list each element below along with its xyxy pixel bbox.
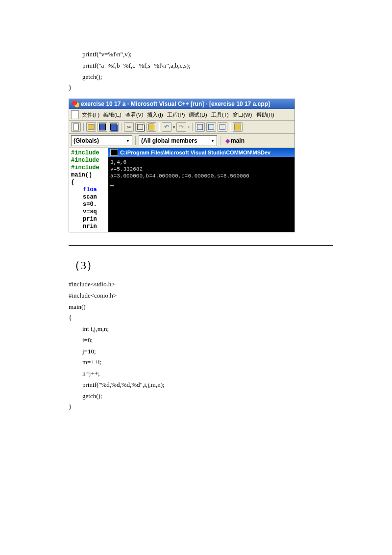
separator xyxy=(230,123,230,131)
menu-view[interactable]: 查看(V) xyxy=(124,111,145,119)
menu-edit[interactable]: 编辑(E) xyxy=(102,111,122,119)
code-editor[interactable]: #include #include #include main() { floa… xyxy=(69,148,108,232)
menu-help[interactable]: 帮助(H) xyxy=(255,111,275,119)
code-line: main() xyxy=(69,302,333,313)
code-line: j=10; xyxy=(69,346,333,357)
console-output: 3,4,6 v=5.332682 a=3.000000,b=4.000000,c… xyxy=(108,157,294,215)
code-line: prin xyxy=(71,216,106,223)
code-line: printf("%d,%d,%d,%d",i,j,m,n); xyxy=(69,379,333,391)
code-line: #include<conio.h> xyxy=(69,290,333,302)
menu-tools[interactable]: 工具(T) xyxy=(210,111,230,119)
separator xyxy=(220,136,220,145)
code-line: floa xyxy=(71,186,106,194)
editor-area: #include #include #include main() { floa… xyxy=(69,148,294,232)
scope-bar: (Globals) ▼ (All global members ▼ ◆main xyxy=(69,134,294,148)
copy-button[interactable] xyxy=(135,122,145,132)
undo-button[interactable] xyxy=(162,122,172,132)
code-line: int i,j,m,n; xyxy=(69,324,333,335)
window-title: exercise 10 17 a - Microsoft Visual C++ … xyxy=(81,101,270,107)
code-line: main() xyxy=(71,172,106,179)
console-title-text: C:\Program Files\Microsoft Visual Studio… xyxy=(120,150,270,155)
scope-dropdown[interactable]: (Globals) ▼ xyxy=(71,135,132,146)
code-line: getch(); xyxy=(69,391,333,402)
code-line: #include xyxy=(71,150,106,157)
code-line: #include xyxy=(71,164,106,172)
window-list-button[interactable] xyxy=(218,122,227,132)
code-line: n=j++; xyxy=(69,368,333,379)
code-line: printf("v=%f\n",v); xyxy=(69,49,333,60)
separator xyxy=(159,123,159,131)
toolbar: ▾ ▾ xyxy=(69,121,294,134)
output-button[interactable] xyxy=(206,122,216,132)
function-label: main xyxy=(231,137,245,144)
code-line: s=0. xyxy=(71,201,106,208)
code-line: #include<stdio.h> xyxy=(69,279,333,290)
separator xyxy=(192,123,193,131)
ide-window: exercise 10 17 a - Microsoft Visual C++ … xyxy=(69,99,295,232)
dropdown-arrow-icon: ▾ xyxy=(188,125,190,129)
section-number: （3） xyxy=(69,257,333,273)
code-line: m=++i; xyxy=(69,357,333,368)
code-line: getch(); xyxy=(69,72,333,83)
code-line: nrin xyxy=(71,223,106,230)
function-dropdown[interactable]: ◆main xyxy=(223,136,276,146)
menu-project[interactable]: 工程(P) xyxy=(166,111,186,119)
chevron-down-icon: ▼ xyxy=(211,139,215,143)
menu-debug[interactable]: 调试(D) xyxy=(188,111,208,119)
paste-button[interactable] xyxy=(147,122,156,132)
menu-bar: 文件(F) 编辑(E) 查看(V) 插入(I) 工程(P) 调试(D) 工具(T… xyxy=(69,109,294,121)
chevron-down-icon: ▼ xyxy=(126,139,130,143)
cmd-icon xyxy=(110,149,118,156)
cut-button[interactable] xyxy=(124,122,134,132)
workspace-button[interactable] xyxy=(195,122,205,132)
cursor-icon xyxy=(110,185,114,186)
new-file-button[interactable] xyxy=(71,122,81,132)
menu-insert[interactable]: 插入(I) xyxy=(146,111,164,119)
code-line: } xyxy=(69,82,333,94)
code-line: { xyxy=(69,312,333,324)
separator xyxy=(121,123,122,131)
window-titlebar: exercise 10 17 a - Microsoft Visual C++ … xyxy=(69,99,294,109)
scope-label: (Globals) xyxy=(74,137,99,144)
diamond-icon: ◆ xyxy=(225,137,230,144)
code-line: #include xyxy=(71,157,106,164)
separator xyxy=(135,136,136,145)
members-label: (All global members xyxy=(141,137,197,144)
horizontal-rule xyxy=(69,245,333,246)
code-block-bottom: #include<stdio.h> #include<conio.h> main… xyxy=(69,279,333,413)
app-icon xyxy=(72,101,79,107)
open-button[interactable] xyxy=(86,122,96,132)
menu-file[interactable]: 文件(F) xyxy=(81,111,100,119)
code-line: i=8; xyxy=(69,335,333,346)
save-button[interactable] xyxy=(98,122,107,132)
code-line: printf("a=%f,b=%f,c=%f,s=%f\n",a,b,c,s); xyxy=(69,60,333,72)
code-block-top: printf("v=%f\n",v); printf("a=%f,b=%f,c=… xyxy=(69,49,333,94)
dropdown-arrow-icon[interactable]: ▾ xyxy=(173,125,175,129)
code-line: scan xyxy=(71,194,106,201)
console-window: C:\Program Files\Microsoft Visual Studio… xyxy=(108,148,294,232)
console-titlebar: C:\Program Files\Microsoft Visual Studio… xyxy=(108,148,294,157)
separator xyxy=(83,123,84,131)
find-in-files-button[interactable] xyxy=(233,122,243,132)
save-all-button[interactable] xyxy=(109,122,119,132)
document-icon xyxy=(71,110,79,119)
menu-window[interactable]: 窗口(W) xyxy=(232,111,253,119)
code-line: } xyxy=(69,402,333,413)
code-line: v=sq xyxy=(71,208,106,216)
redo-button[interactable] xyxy=(176,122,186,132)
members-dropdown[interactable]: (All global members ▼ xyxy=(139,135,217,146)
code-line: { xyxy=(71,179,106,186)
